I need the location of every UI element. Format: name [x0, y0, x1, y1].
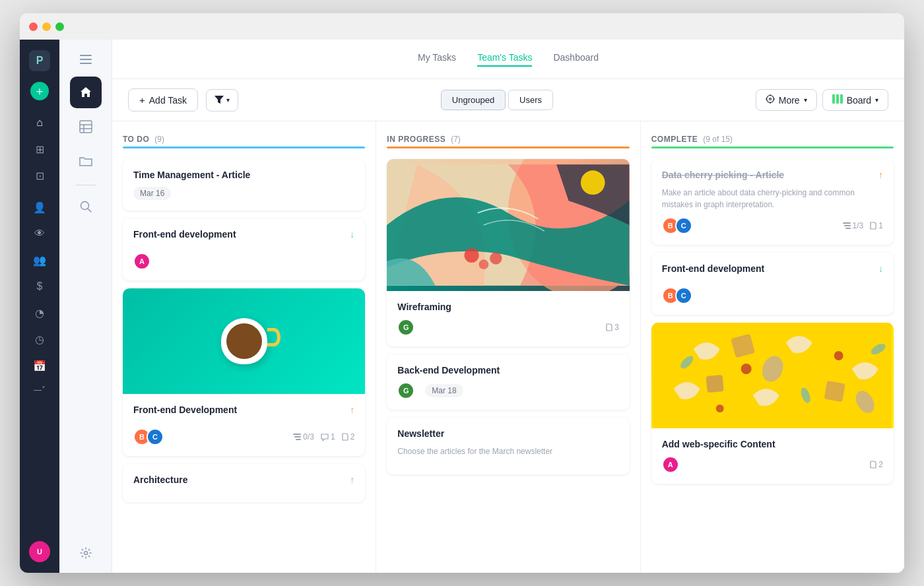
sidebar-item-settings[interactable]	[74, 541, 98, 565]
sidebar-item-search[interactable]	[70, 191, 102, 222]
card-image-snacks	[651, 323, 894, 428]
board-chevron-icon: ▾	[875, 96, 878, 104]
card-title: Back-end Development	[397, 365, 618, 375]
nav-calendar-icon[interactable]: 📅	[28, 354, 51, 377]
card-tag: Mar 16	[133, 187, 171, 200]
column-inprogress-bar	[387, 146, 629, 148]
toolbar-center: Ungrouped Users	[246, 90, 748, 110]
avatar: A	[662, 456, 679, 473]
sidebar-item-table[interactable]	[70, 111, 102, 143]
card-title: Newsletter	[397, 428, 618, 439]
nav-dollar-icon[interactable]: $	[28, 275, 51, 298]
card-footer: B C	[662, 287, 883, 304]
svg-point-35	[834, 351, 843, 360]
top-tabs: My Tasks Team's Tasks Dashboard	[418, 52, 599, 67]
card-data-cherry[interactable]: Data cherry picking - Article ↑ Make an …	[651, 159, 894, 245]
add-task-button[interactable]: + Add Task	[128, 88, 198, 112]
nav-home-icon[interactable]: ⌂	[28, 111, 51, 135]
card-footer: B C 1/3	[662, 217, 883, 234]
card-newsletter[interactable]: Newsletter Choose the articles for the M…	[387, 418, 629, 474]
user-avatar[interactable]: U	[29, 541, 50, 562]
avatar: C	[147, 428, 164, 445]
svg-rect-15	[296, 439, 301, 440]
minimize-button[interactable]	[42, 22, 51, 31]
subtasks-meta: 1/3	[843, 221, 864, 230]
svg-rect-1	[80, 59, 92, 60]
column-todo: TO DO (9) Time Management - Article Mar …	[112, 121, 376, 573]
card-frontend-dev-todo[interactable]: Front-end development ↓ A	[123, 218, 365, 280]
nav-person-icon[interactable]: 👤	[28, 195, 51, 219]
traffic-lights	[29, 22, 64, 31]
close-button[interactable]	[29, 22, 38, 31]
card-time-management[interactable]: Time Management - Article Mar 16	[123, 159, 365, 211]
svg-rect-3	[80, 121, 92, 133]
sidebar	[59, 40, 112, 573]
nav-clock-icon[interactable]: ◷	[28, 327, 51, 351]
card-web-content[interactable]: Add web-specific Content A	[651, 323, 894, 484]
nav-grid-icon[interactable]: ⊞	[28, 137, 51, 161]
priority-up-icon: ↑	[878, 170, 883, 180]
column-complete-bar	[651, 146, 894, 148]
card-meta: 2	[870, 460, 883, 469]
card-tag: Mar 18	[425, 384, 463, 397]
sidebar-divider	[76, 185, 96, 185]
column-inprogress-count: (7)	[451, 135, 461, 144]
avatar: G	[397, 319, 414, 336]
more-button[interactable]: More ▾	[756, 89, 817, 111]
priority-up-icon: ↑	[350, 474, 354, 485]
app-window: P ＋ ⌂ ⊞ ⊡ 👤 👁 👥 $ ◔ ◷ 📅 —˅ U	[20, 13, 904, 573]
column-todo-bar	[123, 146, 365, 148]
card-footer: G 3	[397, 319, 618, 336]
filter-button[interactable]: ▾	[206, 89, 238, 112]
sidebar-item-home[interactable]	[70, 77, 102, 108]
board-icon	[832, 94, 843, 106]
toolbar-right: More ▾ Board ▾	[756, 89, 888, 111]
card-meta: 3	[606, 323, 619, 332]
board-label: Board	[847, 95, 871, 106]
add-task-label: Add Task	[149, 95, 187, 106]
nav-people-icon[interactable]: 👥	[28, 248, 51, 272]
card-title: Front-end Development	[133, 405, 237, 415]
sidebar-menu-icon[interactable]	[74, 48, 98, 71]
svg-rect-22	[843, 222, 851, 224]
card-title: Front-end development	[133, 229, 236, 240]
nav-folder-icon[interactable]: ⊡	[28, 164, 51, 187]
files-meta: 1	[870, 221, 883, 230]
card-title: Architecture	[133, 474, 187, 485]
priority-down-icon: ↓	[350, 229, 354, 240]
add-button[interactable]: ＋	[30, 82, 49, 100]
card-wireframing[interactable]: Wireframing G 3	[387, 159, 629, 346]
svg-rect-13	[293, 434, 301, 435]
svg-line-8	[88, 209, 91, 212]
card-architecture[interactable]: Architecture ↑	[123, 464, 365, 502]
ungrouped-button[interactable]: Ungrouped	[441, 90, 506, 110]
tab-teams-tasks[interactable]: Team's Tasks	[477, 52, 532, 67]
users-button[interactable]: Users	[508, 90, 553, 110]
card-frontend-dev-coffee[interactable]: Front-end Development ↑ B C	[123, 288, 365, 456]
nav-eye-icon[interactable]: 👁	[28, 222, 51, 245]
card-footer: A 2	[662, 456, 883, 473]
card-avatars: B C	[662, 287, 692, 304]
tab-dashboard[interactable]: Dashboard	[553, 52, 599, 67]
board-view-button[interactable]: Board ▾	[822, 89, 888, 111]
card-backend-dev[interactable]: Back-end Development G Mar 18	[387, 354, 629, 410]
left-nav: P ＋ ⌂ ⊞ ⊡ 👤 👁 👥 $ ◔ ◷ 📅 —˅ U	[20, 40, 59, 573]
card-frontend-complete[interactable]: Front-end development ↓ B C	[651, 253, 894, 315]
svg-point-18	[465, 248, 479, 263]
svg-point-36	[715, 405, 723, 412]
maximize-button[interactable]	[55, 22, 64, 31]
nav-chart-icon[interactable]: ◔	[28, 301, 51, 325]
priority-down-icon: ↓	[878, 263, 883, 274]
priority-up-icon: ↑	[350, 405, 354, 415]
avatar: C	[675, 287, 692, 304]
titlebar	[20, 13, 904, 40]
card-avatars: A	[662, 456, 679, 473]
sidebar-item-folder[interactable]	[70, 145, 102, 177]
files-meta: 3	[606, 323, 619, 332]
svg-point-21	[581, 170, 605, 195]
column-complete-count: (9 of 15)	[703, 135, 733, 144]
tab-my-tasks[interactable]: My Tasks	[418, 52, 456, 67]
card-avatars: B C	[662, 217, 692, 234]
files-meta: 2	[342, 432, 355, 441]
filter-icon	[214, 95, 224, 106]
